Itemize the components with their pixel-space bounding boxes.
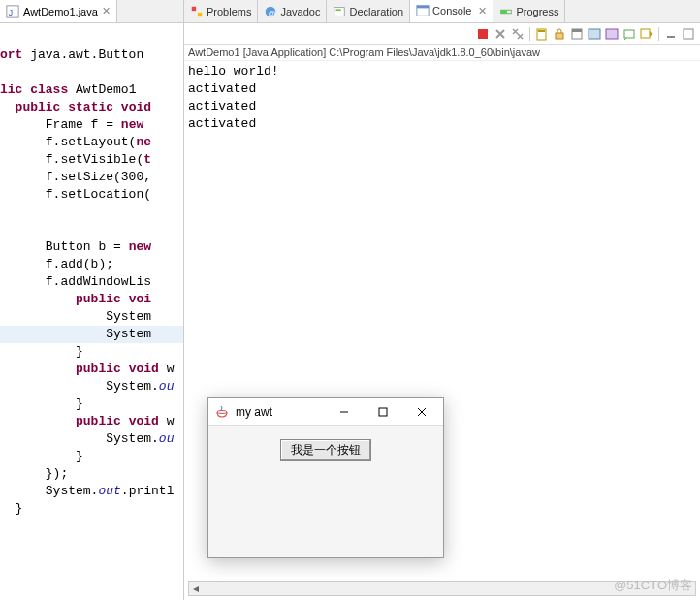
tab-console[interactable]: Console ✕	[410, 0, 493, 22]
svg-rect-19	[606, 29, 618, 39]
code-line[interactable]	[0, 221, 183, 238]
code-line[interactable]: }	[0, 448, 183, 465]
svg-rect-12	[478, 29, 488, 39]
svg-rect-11	[501, 10, 507, 14]
watermark: @51CTO博客	[614, 577, 692, 594]
toolbar-separator	[529, 27, 530, 41]
console-tab-close-icon[interactable]: ✕	[478, 5, 487, 17]
pin-console-button[interactable]	[604, 26, 620, 42]
console-icon	[416, 4, 430, 17]
svg-text:J: J	[9, 7, 13, 16]
awt-window-title: my awt	[236, 405, 325, 419]
code-editor[interactable]: ort java.awt.Button lic class AwtDemo1 p…	[0, 23, 183, 600]
word-wrap-button[interactable]	[569, 26, 585, 42]
awt-demo-button[interactable]: 我是一个按钮	[280, 439, 371, 461]
svg-rect-23	[684, 29, 693, 39]
svg-rect-17	[572, 29, 582, 32]
code-line[interactable]: f.setLayout(ne	[0, 134, 183, 151]
code-line[interactable]: System	[0, 308, 183, 326]
scroll-lock-button[interactable]	[552, 26, 567, 42]
code-line[interactable]: f.add(b);	[0, 256, 183, 273]
code-line[interactable]: public void w	[0, 413, 183, 430]
code-line[interactable]: f.setVisible(t	[0, 151, 183, 169]
view-tab-bar: Problems @ Javadoc Declaration Console ✕…	[184, 0, 700, 23]
terminate-button[interactable]	[475, 26, 491, 42]
problems-icon	[190, 5, 204, 18]
tab-label: Problems	[207, 6, 251, 17]
maximize-view-button[interactable]	[681, 26, 696, 42]
svg-rect-9	[417, 6, 429, 9]
awt-close-button[interactable]	[402, 398, 441, 426]
declaration-icon	[333, 5, 346, 18]
svg-rect-14	[538, 30, 545, 32]
console-launch-header: AwtDemo1 [Java Application] C:\Program F…	[184, 45, 700, 61]
code-line[interactable]	[0, 29, 183, 47]
console-toolbar	[184, 23, 700, 45]
code-line[interactable]	[0, 64, 183, 81]
code-line[interactable]: f.setSize(300,	[0, 169, 183, 186]
editor-tab-close-icon[interactable]: ✕	[102, 5, 111, 17]
tab-label: Declaration	[349, 6, 403, 17]
awt-demo-window[interactable]: my awt 我是一个按钮	[207, 397, 444, 558]
svg-rect-7	[336, 9, 341, 11]
code-line[interactable]: Frame f = new	[0, 116, 183, 134]
console-output[interactable]: hello world! activated activated activat…	[184, 61, 700, 135]
svg-text:@: @	[269, 8, 276, 16]
code-line[interactable]: f.addWindowLis	[0, 273, 183, 291]
awt-minimize-button[interactable]	[325, 398, 364, 426]
remove-all-button[interactable]	[510, 26, 525, 42]
code-line[interactable]: public static void	[0, 99, 183, 116]
java-file-icon: J	[6, 5, 19, 18]
code-line[interactable]: public voi	[0, 291, 183, 308]
tab-label: Javadoc	[280, 6, 320, 17]
svg-rect-2	[192, 6, 196, 10]
progress-icon	[499, 5, 513, 18]
scroll-left-icon[interactable]: ◂	[189, 582, 203, 595]
svg-rect-6	[334, 7, 345, 16]
tab-label: Console	[432, 5, 471, 16]
code-line[interactable]: });	[0, 465, 183, 483]
code-line[interactable]: }	[0, 395, 183, 413]
awt-titlebar[interactable]: my awt	[208, 398, 443, 426]
code-line[interactable]: }	[0, 343, 183, 361]
svg-rect-20	[624, 30, 634, 38]
editor-tab-bar: J AwtDemo1.java ✕	[0, 0, 183, 23]
awt-client-area: 我是一个按钮	[208, 426, 443, 557]
code-line[interactable]: System.out.printl	[0, 483, 183, 500]
code-line[interactable]: System	[0, 326, 183, 343]
svg-rect-22	[667, 36, 675, 38]
editor-tab-filename: AwtDemo1.java	[23, 6, 98, 17]
code-line[interactable]: lic class AwtDemo1	[0, 81, 183, 99]
svg-rect-3	[198, 12, 202, 16]
java-app-icon	[214, 404, 230, 420]
show-console-button[interactable]	[587, 26, 602, 42]
display-selected-button[interactable]	[621, 26, 637, 42]
code-line[interactable]	[0, 204, 183, 221]
svg-rect-18	[589, 29, 600, 39]
clear-console-button[interactable]	[534, 26, 550, 42]
toolbar-separator	[658, 27, 659, 41]
code-line[interactable]: System.ou	[0, 430, 183, 448]
code-line[interactable]: ort java.awt.Button	[0, 47, 183, 64]
minimize-view-button[interactable]	[663, 26, 679, 42]
svg-point-24	[217, 410, 227, 413]
svg-rect-15	[556, 33, 563, 39]
code-line[interactable]: f.setLocation(	[0, 186, 183, 204]
svg-rect-26	[379, 408, 387, 416]
tab-label: Progress	[516, 6, 558, 17]
code-line[interactable]: public void w	[0, 361, 183, 378]
open-console-button[interactable]	[639, 26, 654, 42]
javadoc-icon: @	[264, 5, 277, 18]
tab-declaration[interactable]: Declaration	[327, 0, 410, 22]
tab-problems[interactable]: Problems	[184, 0, 258, 22]
code-line[interactable]: System.ou	[0, 378, 183, 395]
code-line[interactable]: Button b = new	[0, 238, 183, 256]
tab-progress[interactable]: Progress	[493, 0, 565, 22]
svg-rect-21	[641, 29, 650, 38]
code-line[interactable]: }	[0, 500, 183, 518]
remove-launch-button[interactable]	[493, 26, 508, 42]
awt-maximize-button[interactable]	[364, 398, 402, 426]
tab-javadoc[interactable]: @ Javadoc	[258, 0, 327, 22]
editor-tab-awtdemo1[interactable]: J AwtDemo1.java ✕	[0, 0, 117, 22]
